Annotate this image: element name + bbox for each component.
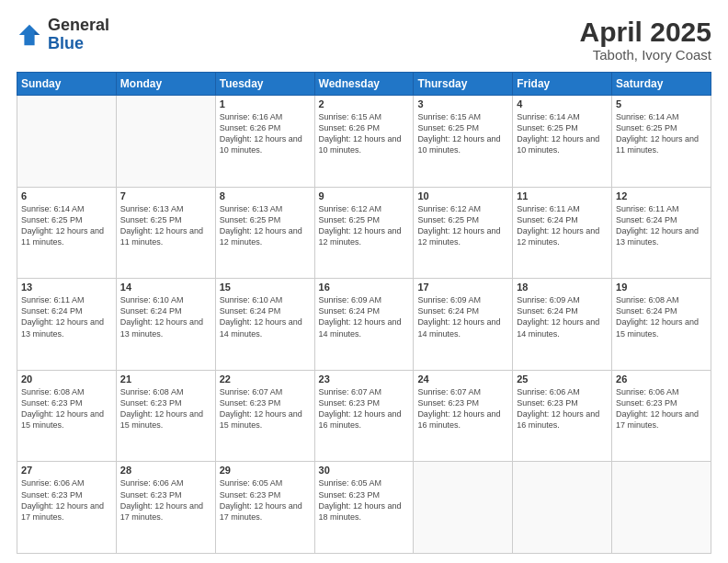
day-info: Sunrise: 6:16 AM Sunset: 6:26 PM Dayligh… — [220, 111, 311, 156]
calendar-cell: 24Sunrise: 6:07 AM Sunset: 6:23 PM Dayli… — [414, 370, 513, 462]
day-info: Sunrise: 6:10 AM Sunset: 6:24 PM Dayligh… — [120, 294, 211, 339]
calendar-cell: 16Sunrise: 6:09 AM Sunset: 6:24 PM Dayli… — [314, 279, 414, 371]
calendar-cell: 15Sunrise: 6:10 AM Sunset: 6:24 PM Dayli… — [215, 279, 314, 371]
page: General Blue April 2025 Taboth, Ivory Co… — [0, 0, 728, 563]
day-info: Sunrise: 6:11 AM Sunset: 6:24 PM Dayligh… — [616, 203, 707, 248]
calendar-cell: 20Sunrise: 6:08 AM Sunset: 6:23 PM Dayli… — [17, 370, 117, 462]
day-number: 16 — [319, 282, 410, 293]
col-saturday: Saturday — [612, 73, 711, 96]
day-number: 24 — [417, 373, 508, 385]
calendar-cell: 3Sunrise: 6:15 AM Sunset: 6:25 PM Daylig… — [414, 96, 513, 188]
calendar-cell: 27Sunrise: 6:06 AM Sunset: 6:23 PM Dayli… — [17, 462, 117, 554]
day-info: Sunrise: 6:06 AM Sunset: 6:23 PM Dayligh… — [21, 477, 112, 523]
location-title: Taboth, Ivory Coast — [580, 47, 711, 63]
day-number: 21 — [120, 373, 211, 385]
col-thursday: Thursday — [414, 73, 513, 96]
col-sunday: Sunday — [17, 73, 117, 96]
calendar-cell: 19Sunrise: 6:08 AM Sunset: 6:24 PM Dayli… — [612, 279, 711, 371]
calendar-cell: 9Sunrise: 6:12 AM Sunset: 6:25 PM Daylig… — [314, 187, 414, 279]
calendar-cell — [513, 462, 612, 554]
calendar-cell — [612, 462, 711, 554]
day-info: Sunrise: 6:09 AM Sunset: 6:24 PM Dayligh… — [319, 294, 410, 339]
day-number: 26 — [616, 373, 707, 385]
day-number: 8 — [220, 190, 311, 201]
day-info: Sunrise: 6:09 AM Sunset: 6:24 PM Dayligh… — [417, 294, 508, 339]
calendar-week-5: 27Sunrise: 6:06 AM Sunset: 6:23 PM Dayli… — [17, 462, 711, 554]
calendar-cell: 5Sunrise: 6:14 AM Sunset: 6:25 PM Daylig… — [612, 96, 711, 188]
calendar-cell: 8Sunrise: 6:13 AM Sunset: 6:25 PM Daylig… — [215, 187, 314, 279]
day-info: Sunrise: 6:06 AM Sunset: 6:23 PM Dayligh… — [517, 386, 608, 431]
col-tuesday: Tuesday — [215, 73, 314, 96]
col-monday: Monday — [116, 73, 215, 96]
day-number: 6 — [21, 190, 112, 201]
day-number: 27 — [21, 465, 112, 476]
day-info: Sunrise: 6:07 AM Sunset: 6:23 PM Dayligh… — [417, 386, 508, 431]
day-number: 5 — [616, 98, 707, 109]
day-info: Sunrise: 6:15 AM Sunset: 6:26 PM Dayligh… — [319, 111, 410, 156]
day-number: 15 — [220, 282, 311, 293]
calendar-cell: 12Sunrise: 6:11 AM Sunset: 6:24 PM Dayli… — [612, 187, 711, 279]
calendar-cell: 21Sunrise: 6:08 AM Sunset: 6:23 PM Dayli… — [116, 370, 215, 462]
day-info: Sunrise: 6:06 AM Sunset: 6:23 PM Dayligh… — [616, 386, 707, 431]
header-row: Sunday Monday Tuesday Wednesday Thursday… — [17, 73, 711, 96]
day-number: 19 — [616, 282, 707, 293]
calendar-cell: 18Sunrise: 6:09 AM Sunset: 6:24 PM Dayli… — [513, 279, 612, 371]
day-number: 25 — [517, 373, 608, 385]
calendar-body: 1Sunrise: 6:16 AM Sunset: 6:26 PM Daylig… — [17, 96, 711, 554]
calendar-cell: 17Sunrise: 6:09 AM Sunset: 6:24 PM Dayli… — [414, 279, 513, 371]
day-info: Sunrise: 6:12 AM Sunset: 6:25 PM Dayligh… — [417, 203, 508, 248]
day-info: Sunrise: 6:11 AM Sunset: 6:24 PM Dayligh… — [21, 294, 112, 339]
day-info: Sunrise: 6:12 AM Sunset: 6:25 PM Dayligh… — [319, 203, 410, 248]
day-number: 20 — [21, 373, 112, 385]
day-number: 3 — [417, 98, 508, 109]
col-friday: Friday — [513, 73, 612, 96]
calendar-cell: 28Sunrise: 6:06 AM Sunset: 6:23 PM Dayli… — [116, 462, 215, 554]
calendar-week-4: 20Sunrise: 6:08 AM Sunset: 6:23 PM Dayli… — [17, 370, 711, 462]
day-info: Sunrise: 6:14 AM Sunset: 6:25 PM Dayligh… — [517, 111, 608, 156]
calendar-cell — [17, 96, 117, 188]
calendar-cell: 30Sunrise: 6:05 AM Sunset: 6:23 PM Dayli… — [314, 462, 414, 554]
calendar-cell: 26Sunrise: 6:06 AM Sunset: 6:23 PM Dayli… — [612, 370, 711, 462]
day-info: Sunrise: 6:09 AM Sunset: 6:24 PM Dayligh… — [517, 294, 608, 339]
header: General Blue April 2025 Taboth, Ivory Co… — [17, 17, 711, 63]
day-info: Sunrise: 6:08 AM Sunset: 6:23 PM Dayligh… — [21, 386, 112, 431]
calendar-cell — [414, 462, 513, 554]
calendar-cell: 4Sunrise: 6:14 AM Sunset: 6:25 PM Daylig… — [513, 96, 612, 188]
day-info: Sunrise: 6:07 AM Sunset: 6:23 PM Dayligh… — [220, 386, 311, 431]
calendar-cell: 14Sunrise: 6:10 AM Sunset: 6:24 PM Dayli… — [116, 279, 215, 371]
calendar-week-3: 13Sunrise: 6:11 AM Sunset: 6:24 PM Dayli… — [17, 279, 711, 371]
calendar-header: Sunday Monday Tuesday Wednesday Thursday… — [17, 73, 711, 96]
day-number: 14 — [120, 282, 211, 293]
day-number: 11 — [517, 190, 608, 201]
col-wednesday: Wednesday — [314, 73, 414, 96]
day-number: 9 — [319, 190, 410, 201]
logo: General Blue — [17, 17, 109, 53]
calendar-cell: 2Sunrise: 6:15 AM Sunset: 6:26 PM Daylig… — [314, 96, 414, 188]
title-block: April 2025 Taboth, Ivory Coast — [580, 17, 711, 63]
calendar-week-1: 1Sunrise: 6:16 AM Sunset: 6:26 PM Daylig… — [17, 96, 711, 188]
calendar-cell: 10Sunrise: 6:12 AM Sunset: 6:25 PM Dayli… — [414, 187, 513, 279]
calendar-cell: 6Sunrise: 6:14 AM Sunset: 6:25 PM Daylig… — [17, 187, 117, 279]
day-info: Sunrise: 6:07 AM Sunset: 6:23 PM Dayligh… — [319, 386, 410, 431]
calendar: Sunday Monday Tuesday Wednesday Thursday… — [17, 72, 711, 554]
calendar-week-2: 6Sunrise: 6:14 AM Sunset: 6:25 PM Daylig… — [17, 187, 711, 279]
day-info: Sunrise: 6:05 AM Sunset: 6:23 PM Dayligh… — [220, 477, 311, 523]
calendar-cell: 1Sunrise: 6:16 AM Sunset: 6:26 PM Daylig… — [215, 96, 314, 188]
logo-icon — [17, 22, 42, 48]
day-number: 28 — [120, 465, 211, 476]
day-number: 30 — [319, 465, 410, 476]
day-number: 12 — [616, 190, 707, 201]
day-info: Sunrise: 6:14 AM Sunset: 6:25 PM Dayligh… — [21, 203, 112, 248]
calendar-cell: 13Sunrise: 6:11 AM Sunset: 6:24 PM Dayli… — [17, 279, 117, 371]
day-info: Sunrise: 6:11 AM Sunset: 6:24 PM Dayligh… — [517, 203, 608, 248]
day-info: Sunrise: 6:15 AM Sunset: 6:25 PM Dayligh… — [417, 111, 508, 156]
logo-blue: Blue — [48, 35, 109, 53]
logo-general: General — [48, 17, 109, 35]
calendar-cell: 7Sunrise: 6:13 AM Sunset: 6:25 PM Daylig… — [116, 187, 215, 279]
calendar-cell: 29Sunrise: 6:05 AM Sunset: 6:23 PM Dayli… — [215, 462, 314, 554]
day-info: Sunrise: 6:14 AM Sunset: 6:25 PM Dayligh… — [616, 111, 707, 156]
day-info: Sunrise: 6:08 AM Sunset: 6:24 PM Dayligh… — [616, 294, 707, 339]
calendar-cell: 11Sunrise: 6:11 AM Sunset: 6:24 PM Dayli… — [513, 187, 612, 279]
day-info: Sunrise: 6:13 AM Sunset: 6:25 PM Dayligh… — [120, 203, 211, 248]
day-number: 23 — [319, 373, 410, 385]
